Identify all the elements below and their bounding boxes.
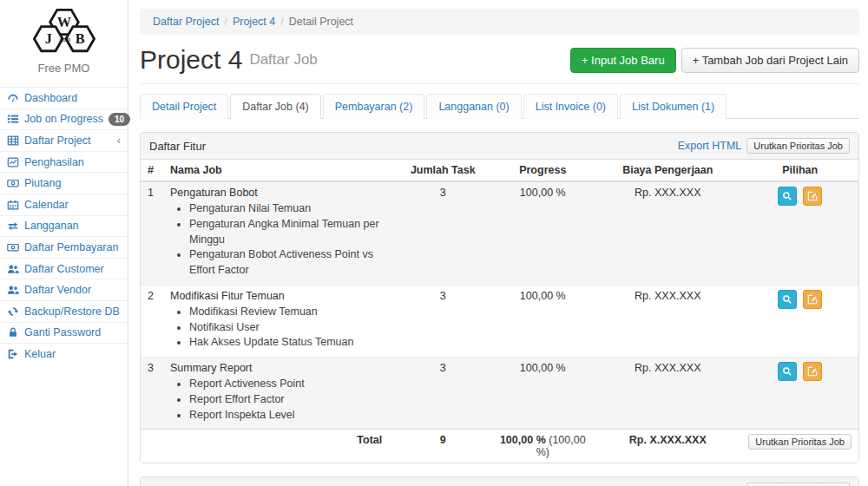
row-name-cell: Pengaturan Bobot Pengaturan Nilai Temuan… — [163, 181, 394, 285]
job-subtask: Report Inspekta Level — [189, 408, 387, 424]
breadcrumb: Daftar Project/Project 4/Detail Project — [140, 9, 859, 35]
edit-job-button[interactable] — [803, 362, 822, 381]
edit-icon — [807, 294, 818, 305]
sidebar-item-keluar[interactable]: Keluar — [0, 343, 128, 364]
users-icon — [7, 263, 19, 275]
row-tasks: 3 — [394, 181, 491, 285]
sidebar-item-label: Piutang — [24, 177, 61, 189]
row-name-cell: Modifikasi Fitur Temuan Modifikasi Revie… — [163, 285, 394, 357]
sidebar-item-label: Daftar Project — [24, 135, 90, 147]
calendar-icon — [7, 199, 19, 211]
sidebar-item-ganti-password[interactable]: Ganti Password — [0, 322, 128, 344]
row-num: 1 — [141, 181, 163, 285]
logo-dotcom: .com — [57, 36, 70, 43]
export-html-link[interactable]: Export HTML — [678, 140, 742, 152]
job-subtask: Modifikasi Review Temuan — [189, 305, 387, 320]
job-count-badge: 10 — [108, 113, 130, 126]
col-pilihan: Pilihan — [741, 160, 858, 181]
breadcrumb-separator: / — [224, 16, 227, 28]
sidebar-item-daftar-project[interactable]: Daftar Project ‹ — [0, 129, 128, 151]
sidebar-item-backup-restore[interactable]: Backup/Restore DB — [0, 300, 128, 322]
col-biaya-pengerjaan: Biaya Pengerjaan — [594, 160, 741, 181]
row-tasks: 3 — [394, 358, 491, 430]
logo-letter-w: W — [56, 14, 71, 30]
sidebar-item-daftar-pembayaran[interactable]: Daftar Pembayaran — [0, 236, 128, 258]
tab-daftar-job[interactable]: Daftar Job (4) — [230, 94, 320, 119]
sidebar-item-job-on-progress[interactable]: Job on Progress 10 — [0, 108, 128, 130]
page-header: Project 4 Daftar Job + Input Job Baru + … — [140, 45, 859, 84]
tab-list-dokumen[interactable]: List Dokumen (1) — [620, 94, 727, 119]
job-subtask: Pengaturan Nilai Temuan — [189, 201, 387, 217]
panel-fitur-tambahan: Fitur Tambahan Export HTML Urutkan Prior… — [140, 476, 859, 486]
sidebar-item-label: Backup/Restore DB — [24, 305, 120, 318]
row-num: 3 — [141, 358, 163, 430]
tambah-job-dari-project-lain-button[interactable]: + Tambah Job dari Project Lain — [681, 48, 859, 73]
col-jumlah-task: Jumlah Task — [394, 160, 491, 181]
breadcrumb-current: Detail Project — [289, 16, 353, 28]
dashboard-icon — [7, 92, 19, 104]
row-progress: 100,00 % — [491, 358, 594, 430]
sidebar-item-label: Daftar Customer — [24, 263, 104, 275]
table-icon — [7, 135, 19, 147]
col-num: # — [141, 160, 163, 181]
lock-icon — [7, 326, 19, 338]
row-cost: Rp. XXX.XXX — [594, 285, 741, 357]
urutkan-prioritas-job-button[interactable]: Urutkan Prioritas Job — [746, 138, 850, 154]
refresh-icon — [7, 305, 19, 318]
input-job-baru-button[interactable]: + Input Job Baru — [570, 48, 676, 73]
sidebar-item-calendar[interactable]: Calendar — [0, 194, 128, 215]
job-name: Summary Report — [170, 362, 387, 374]
page-title: Project 4 — [140, 45, 242, 75]
users-icon — [7, 284, 19, 296]
job-name: Pengaturan Bobot — [170, 187, 387, 199]
job-subtask: Pengaturan Angka Minimal Temuan per Ming… — [189, 217, 387, 248]
tab-pembayaran[interactable]: Pembayaran (2) — [323, 94, 425, 119]
row-cost: Rp. XXX.XXX — [594, 181, 741, 285]
total-actions: Urutkan Prioritas Job — [741, 430, 858, 463]
view-job-button[interactable] — [778, 187, 797, 206]
search-icon — [782, 366, 792, 377]
tab-detail-project[interactable]: Detail Project — [140, 94, 228, 119]
sidebar-item-dashboard[interactable]: Dashboard — [0, 87, 128, 108]
urutkan-prioritas-job-button[interactable]: Urutkan Prioritas Job — [746, 483, 850, 486]
job-subtask: Hak Akses Update Status Temuan — [189, 335, 387, 351]
page-subtitle: Daftar Job — [249, 51, 317, 69]
breadcrumb-daftar-project[interactable]: Daftar Project — [153, 16, 219, 28]
urutkan-prioritas-job-button[interactable]: Urutkan Prioritas Job — [748, 434, 852, 450]
sidebar-item-label: Job on Progress — [24, 113, 103, 125]
sidebar-item-label: Langganan — [24, 220, 79, 232]
breadcrumb-project-4[interactable]: Project 4 — [233, 16, 275, 28]
sign-out-icon — [7, 348, 19, 360]
sidebar-item-daftar-customer[interactable]: Daftar Customer — [0, 258, 128, 279]
logo-letter-b: B — [75, 30, 84, 47]
panel-title: Daftar Fitur — [149, 140, 206, 153]
edit-job-button[interactable] — [803, 187, 822, 206]
app-logo: W J B .com Free PMO — [0, 0, 128, 87]
row-progress: 100,00 % — [491, 181, 594, 285]
task-list-icon — [7, 113, 19, 125]
edit-job-button[interactable] — [803, 290, 822, 309]
tab-list-invoice[interactable]: List Invoice (0) — [523, 94, 618, 119]
sidebar-item-label: Daftar Pembayaran — [24, 241, 118, 253]
sidebar-item-daftar-vendor[interactable]: Daftar Vendor — [0, 279, 128, 300]
sidebar-item-langganan[interactable]: Langganan — [0, 215, 128, 237]
row-actions — [741, 358, 858, 430]
row-actions — [741, 181, 858, 285]
view-job-button[interactable] — [778, 362, 797, 381]
line-chart-icon — [7, 156, 19, 168]
money-icon — [7, 241, 19, 253]
tab-langganan[interactable]: Langganan (0) — [426, 94, 521, 119]
col-nama-job: Nama Job — [163, 160, 394, 181]
view-job-button[interactable] — [778, 290, 797, 309]
edit-icon — [807, 366, 818, 377]
row-progress: 100,00 % — [491, 285, 594, 357]
tab-bar: Detail Project Daftar Job (4) Pembayaran… — [140, 93, 859, 119]
logo-letter-j: J — [44, 30, 51, 47]
job-name: Modifikasi Fitur Temuan — [170, 290, 387, 302]
table-row: 2 Modifikasi Fitur Temuan Modifikasi Rev… — [141, 285, 858, 357]
row-num: 2 — [141, 285, 163, 357]
row-cost: Rp. XXX.XXX — [594, 358, 741, 430]
sidebar-item-label: Keluar — [24, 348, 56, 360]
sidebar-item-piutang[interactable]: Piutang — [0, 172, 128, 194]
sidebar-item-penghasilan[interactable]: Penghasilan — [0, 151, 128, 173]
